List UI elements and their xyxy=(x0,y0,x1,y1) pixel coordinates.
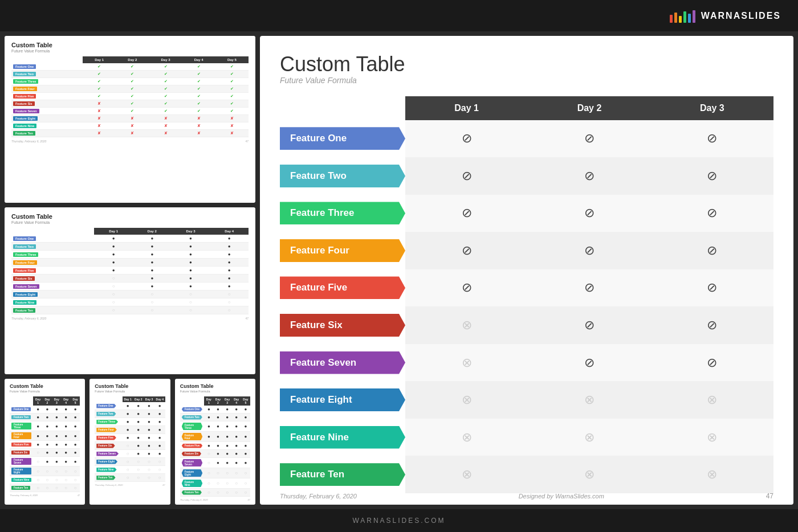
col-day2: Day 2 xyxy=(528,96,650,120)
slide1-subtitle: Future Value Formula xyxy=(11,49,249,53)
bslide3-subtitle: Future Value Formula xyxy=(180,390,250,393)
main-slide-title: Custom Table xyxy=(280,53,773,76)
col-day3: Day 3 xyxy=(651,96,773,120)
bottom-bar: WARNASLIDES.COM xyxy=(0,509,798,532)
bslide2-title: Custom Table xyxy=(95,383,165,389)
bslide2-subtitle: Future Value Formula xyxy=(95,390,165,393)
bottom-slide-3: Custom Table Future Value Formula Day 1 … xyxy=(175,379,255,505)
logo-icon xyxy=(670,9,695,23)
bslide1-title: Custom Table xyxy=(10,383,80,389)
bslide1-subtitle: Future Value Formula xyxy=(10,390,80,393)
small-slide-1: Custom Table Future Value Formula Day 1D… xyxy=(5,36,255,203)
slide2-subtitle: Future Value Formula xyxy=(11,220,249,224)
slide2-title: Custom Table xyxy=(11,213,249,220)
col-day1: Day 1 xyxy=(405,96,528,120)
bottom-slide-1: Custom Table Future Value Formula Day 1 … xyxy=(5,379,85,505)
small-slide-2: Custom Table Future Value Formula Day 1D… xyxy=(5,207,255,374)
bslide3-title: Custom Table xyxy=(180,383,250,389)
bottom-brand: WARNASLIDES.COM xyxy=(352,517,445,525)
bottom-slide-2: Custom Table Future Value Formula Day 1 … xyxy=(89,379,170,505)
top-bar: WARNASLIDES xyxy=(0,0,798,31)
footer-credit: Designed by WarnaSlides.com xyxy=(519,493,604,500)
slide-footer: Thursday, February 6, 2020 Designed by W… xyxy=(280,492,773,500)
footer-page: 47 xyxy=(766,492,773,500)
brand-name: WARNASLIDES xyxy=(701,11,781,21)
main-table: Day 1 Day 2 Day 3 Feature One ⊘ ⊘ ⊘ Feat… xyxy=(280,96,773,493)
slide1-title: Custom Table xyxy=(11,42,249,48)
main-slide-subtitle: Future Value Formula xyxy=(280,76,773,85)
footer-date: Thursday, February 6, 2020 xyxy=(280,493,357,500)
main-slide: Custom Table Future Value Formula Day 1 … xyxy=(260,36,793,505)
